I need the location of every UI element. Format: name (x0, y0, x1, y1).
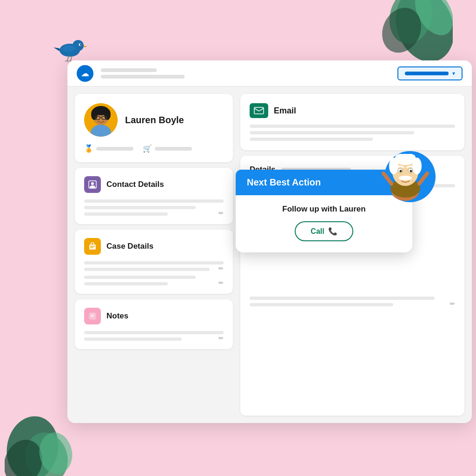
svg-point-44 (404, 154, 416, 161)
case-details-card: Case Details ✏ ✏ (75, 230, 233, 294)
svg-point-11 (80, 44, 81, 45)
details-edit-icon[interactable]: ✏ (450, 300, 455, 307)
notes-title: Notes (106, 311, 128, 321)
contact-details-lines: ✏ (84, 199, 224, 216)
svg-point-14 (62, 45, 75, 52)
notes-edit-icon[interactable]: ✏ (218, 335, 224, 342)
nba-title: Next Best Action (247, 177, 321, 187)
notes-header: Notes (84, 308, 224, 324)
email-content-lines (250, 125, 455, 141)
svg-point-48 (410, 170, 412, 172)
profile-card: Lauren Boyle 🏅 🛒 (75, 94, 233, 162)
case-details-lines: ✏ (84, 261, 224, 271)
nav-line-1 (101, 68, 157, 72)
contact-edit-icon[interactable]: ✏ (218, 210, 224, 217)
profile-header: Lauren Boyle (84, 103, 224, 137)
svg-rect-34 (90, 247, 93, 248)
email-title: Email (274, 106, 296, 116)
nba-call-button[interactable]: Call 📞 (295, 221, 353, 241)
case-details-header: Case Details (84, 238, 224, 255)
chevron-down-icon: ▾ (452, 70, 455, 77)
main-container: ☁ ▾ (67, 60, 472, 423)
details-card: Details Next Best Action Follow up with … (240, 156, 464, 416)
svg-line-18 (67, 60, 68, 62)
svg-rect-36 (254, 107, 264, 114)
case-details-title: Case Details (106, 242, 153, 251)
details-below-popup: ✏ (250, 297, 455, 306)
meta-item-1: 🏅 (84, 144, 133, 153)
svg-rect-32 (89, 245, 96, 250)
svg-point-26 (104, 109, 111, 120)
einstein-face (380, 142, 431, 210)
nav-dropdown-line (405, 72, 449, 75)
email-header: Email (250, 103, 455, 118)
left-panel: Lauren Boyle 🏅 🛒 (75, 94, 233, 416)
svg-point-31 (91, 182, 94, 185)
nav-bar: ☁ ▾ (67, 60, 472, 86)
nav-dropdown[interactable]: ▾ (397, 66, 463, 80)
salesforce-logo: ☁ (77, 65, 93, 82)
svg-line-17 (65, 60, 67, 61)
notes-lines: ✏ (84, 331, 224, 341)
nba-follow-up: Follow up with Lauren (282, 205, 365, 214)
logo-icon: ☁ (81, 68, 89, 79)
right-panel: Email Details (240, 94, 464, 416)
svg-marker-13 (53, 47, 60, 51)
phone-icon: 📞 (328, 227, 337, 236)
contact-details-header: Contact Details (84, 176, 224, 193)
meta-item-2: 🛒 (143, 144, 192, 153)
medal-icon: 🏅 (84, 144, 93, 153)
svg-point-25 (91, 109, 98, 120)
content-area: Lauren Boyle 🏅 🛒 (67, 86, 472, 423)
email-icon (250, 103, 268, 118)
profile-meta: 🏅 🛒 (84, 144, 224, 153)
meta-line-1 (96, 147, 133, 151)
contact-details-icon (84, 176, 101, 193)
svg-point-49 (399, 176, 412, 180)
einstein-mascot (375, 142, 436, 207)
svg-point-47 (400, 170, 402, 172)
nba-call-label: Call (311, 227, 324, 236)
cart-icon: 🛒 (143, 144, 152, 153)
case-edit-icon-1[interactable]: ✏ (218, 265, 224, 272)
case-details-lines-2: ✏ (84, 276, 224, 285)
svg-marker-12 (84, 46, 87, 47)
svg-line-50 (383, 173, 391, 184)
avatar (84, 103, 118, 137)
nav-line-2 (101, 75, 185, 79)
svg-rect-33 (90, 246, 95, 247)
case-details-icon (84, 238, 101, 255)
svg-line-51 (419, 173, 427, 184)
nav-lines (101, 68, 390, 79)
svg-rect-35 (89, 313, 96, 319)
contact-details-title: Contact Details (106, 180, 164, 189)
meta-line-2 (155, 147, 192, 151)
profile-name: Lauren Boyle (125, 115, 184, 126)
nba-popup: Next Best Action Follow up with Lauren C… (236, 170, 412, 252)
notes-card: Notes ✏ (75, 299, 233, 349)
case-edit-icon-2[interactable]: ✏ (218, 279, 224, 286)
contact-details-card: Contact Details ✏ (75, 168, 233, 224)
notes-icon (84, 308, 101, 324)
